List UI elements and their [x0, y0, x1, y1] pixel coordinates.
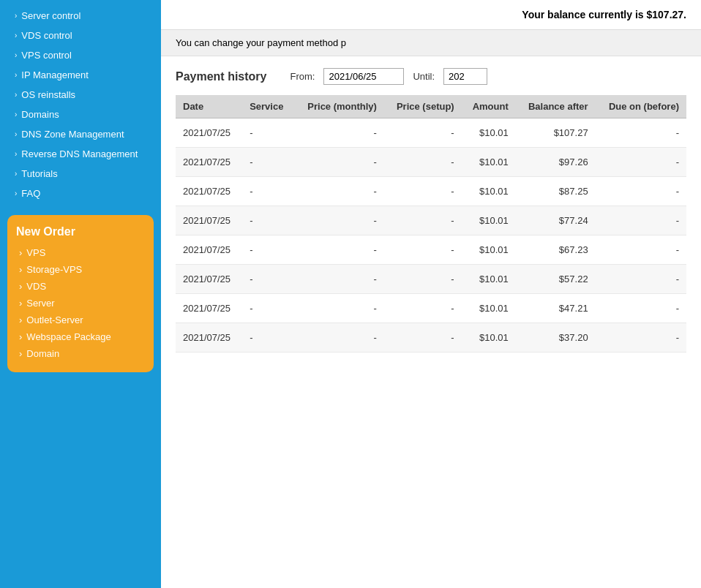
sidebar-item-9[interactable]: ›FAQ: [0, 184, 161, 203]
table-row: 2021/07/25 - - - $10.01 $57.22 -: [176, 265, 686, 294]
balance-text: Your balance currently is $107.27.: [522, 9, 686, 20]
cell-due-on: -: [596, 206, 686, 235]
new-order-item-label: VPS: [26, 247, 45, 258]
sidebar-item-label: VPS control: [21, 50, 72, 61]
chevron-right-icon: ›: [15, 31, 17, 39]
sidebar-item-0[interactable]: ›Server control: [0, 6, 161, 26]
chevron-right-icon: ›: [15, 91, 17, 99]
table-row: 2021/07/25 - - - $10.01 $107.27 -: [176, 118, 686, 148]
chevron-right-icon: ›: [15, 130, 17, 138]
cell-service: -: [242, 294, 294, 323]
cell-price-setup: -: [384, 118, 462, 148]
sidebar-item-label: Domains: [21, 109, 59, 120]
cell-service: -: [242, 206, 294, 235]
table-row: 2021/07/25 - - - $10.01 $67.23 -: [176, 235, 686, 265]
col-due-on: Due on (before): [596, 95, 686, 118]
sidebar-item-3[interactable]: ›IP Management: [0, 65, 161, 85]
new-order-item-6[interactable]: ›Domain: [16, 345, 145, 362]
chevron-right-icon: ›: [19, 281, 22, 292]
table-row: 2021/07/25 - - - $10.01 $37.20 -: [176, 323, 686, 353]
cell-price-setup: -: [384, 206, 462, 235]
sidebar: ›Server control›VDS control›VPS control›…: [0, 0, 161, 588]
sidebar-item-4[interactable]: ›OS reinstalls: [0, 85, 161, 105]
new-order-item-label: Domain: [26, 348, 59, 359]
cell-price-monthly: -: [294, 118, 384, 148]
cell-price-monthly: -: [294, 265, 384, 294]
cell-price-setup: -: [384, 177, 462, 206]
cell-due-on: -: [596, 177, 686, 206]
payment-history-title: Payment history: [176, 70, 266, 83]
chevron-right-icon: ›: [15, 51, 17, 59]
from-date-input[interactable]: [323, 68, 404, 85]
sidebar-item-6[interactable]: ›DNS Zone Management: [0, 124, 161, 144]
cell-service: -: [242, 323, 294, 353]
chevron-right-icon: ›: [15, 110, 17, 118]
cell-amount: $10.01: [462, 118, 516, 148]
new-order-item-label: Webspace Package: [26, 331, 110, 342]
new-order-item-2[interactable]: ›VDS: [16, 278, 145, 295]
cell-balance-after: $87.25: [516, 177, 596, 206]
sidebar-item-label: VDS control: [21, 30, 72, 41]
col-amount: Amount: [462, 95, 516, 118]
cell-date: 2021/07/25: [176, 294, 242, 323]
cell-service: -: [242, 148, 294, 177]
cell-date: 2021/07/25: [176, 235, 242, 265]
cell-due-on: -: [596, 235, 686, 265]
new-order-item-5[interactable]: ›Webspace Package: [16, 328, 145, 345]
cell-price-setup: -: [384, 235, 462, 265]
payment-history-section: Payment history From: Until: Date Servic…: [161, 56, 701, 353]
cell-due-on: -: [596, 294, 686, 323]
new-order-item-3[interactable]: ›Server: [16, 295, 145, 312]
cell-due-on: -: [596, 118, 686, 148]
sidebar-item-label: DNS Zone Management: [21, 129, 124, 140]
cell-balance-after: $47.21: [516, 294, 596, 323]
cell-service: -: [242, 265, 294, 294]
cell-date: 2021/07/25: [176, 323, 242, 353]
table-row: 2021/07/25 - - - $10.01 $87.25 -: [176, 177, 686, 206]
chevron-right-icon: ›: [15, 12, 17, 20]
new-order-item-label: Server: [26, 298, 54, 309]
sidebar-item-5[interactable]: ›Domains: [0, 105, 161, 124]
chevron-right-icon: ›: [15, 150, 17, 158]
chevron-right-icon: ›: [19, 331, 22, 342]
sidebar-item-1[interactable]: ›VDS control: [0, 26, 161, 45]
cell-price-monthly: -: [294, 323, 384, 353]
sidebar-item-7[interactable]: ›Reverse DNS Management: [0, 144, 161, 164]
new-order-item-4[interactable]: ›Outlet-Server: [16, 312, 145, 328]
new-order-title: New Order: [16, 225, 145, 238]
sidebar-item-label: OS reinstalls: [21, 89, 75, 100]
new-order-item-0[interactable]: ›VPS: [16, 244, 145, 261]
col-balance-after: Balance after: [516, 95, 596, 118]
cell-due-on: -: [596, 265, 686, 294]
cell-price-setup: -: [384, 148, 462, 177]
new-order-item-1[interactable]: ›Storage-VPS: [16, 261, 145, 278]
col-date: Date: [176, 95, 242, 118]
cell-due-on: -: [596, 148, 686, 177]
chevron-right-icon: ›: [19, 314, 22, 325]
chevron-right-icon: ›: [15, 189, 17, 197]
sidebar-item-8[interactable]: ›Tutorials: [0, 164, 161, 184]
cell-service: -: [242, 235, 294, 265]
chevron-right-icon: ›: [19, 264, 22, 275]
cell-amount: $10.01: [462, 323, 516, 353]
cell-date: 2021/07/25: [176, 206, 242, 235]
chevron-right-icon: ›: [19, 298, 22, 309]
cell-amount: $10.01: [462, 177, 516, 206]
cell-price-monthly: -: [294, 148, 384, 177]
sidebar-item-2[interactable]: ›VPS control: [0, 45, 161, 65]
cell-price-setup: -: [384, 294, 462, 323]
chevron-right-icon: ›: [19, 247, 22, 258]
payment-table: Date Service Price (monthly) Price (setu…: [176, 95, 686, 353]
cell-service: -: [242, 118, 294, 148]
cell-due-on: -: [596, 323, 686, 353]
until-date-input[interactable]: [443, 68, 487, 85]
cell-price-monthly: -: [294, 206, 384, 235]
col-price-setup: Price (setup): [384, 95, 462, 118]
cell-price-monthly: -: [294, 235, 384, 265]
cell-balance-after: $67.23: [516, 235, 596, 265]
cell-balance-after: $77.24: [516, 206, 596, 235]
chevron-right-icon: ›: [19, 348, 22, 359]
payment-table-body: 2021/07/25 - - - $10.01 $107.27 - 2021/0…: [176, 118, 686, 353]
sidebar-item-label: Tutorials: [21, 168, 57, 179]
cell-date: 2021/07/25: [176, 177, 242, 206]
